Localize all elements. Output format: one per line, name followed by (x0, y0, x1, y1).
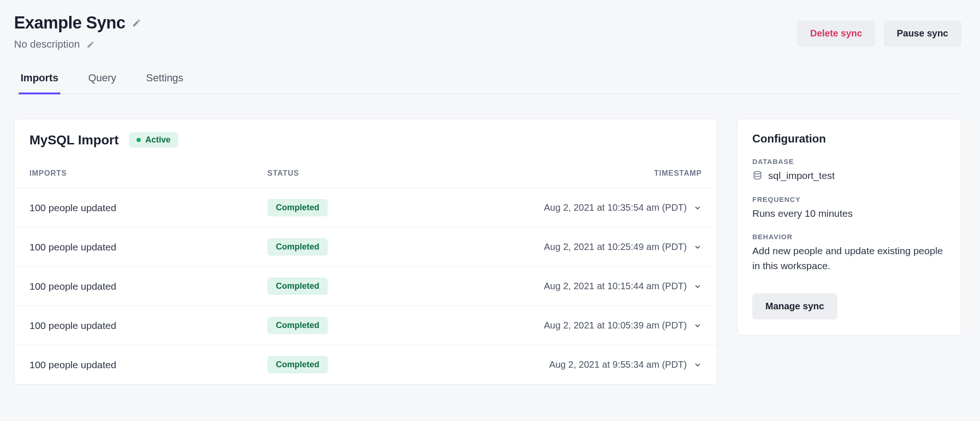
svg-point-0 (754, 171, 761, 174)
tab-query[interactable]: Query (86, 72, 118, 94)
row-timestamp: Aug 2, 2021 at 9:55:34 am (PDT) (549, 359, 687, 370)
row-imports: 100 people updated (29, 202, 267, 214)
manage-sync-button[interactable]: Manage sync (752, 293, 837, 319)
row-imports: 100 people updated (29, 281, 267, 292)
chevron-down-icon[interactable] (693, 243, 702, 251)
tab-settings[interactable]: Settings (144, 72, 186, 94)
row-imports: 100 people updated (29, 242, 267, 253)
config-frequency-value: Runs every 10 minutes (752, 206, 946, 221)
column-header-status: STATUS (267, 169, 464, 178)
database-icon (752, 171, 763, 181)
config-database-label: DATABASE (752, 157, 946, 165)
row-timestamp: Aug 2, 2021 at 10:15:44 am (PDT) (544, 281, 687, 292)
column-header-timestamp: TIMESTAMP (464, 169, 702, 178)
table-row[interactable]: 100 people updated Completed Aug 2, 2021… (14, 345, 717, 384)
pause-sync-button[interactable]: Pause sync (884, 21, 961, 46)
status-dot-icon (137, 138, 141, 142)
column-header-imports: IMPORTS (29, 169, 267, 178)
row-timestamp: Aug 2, 2021 at 10:05:39 am (PDT) (544, 320, 687, 331)
page-title: Example Sync (14, 13, 125, 33)
chevron-down-icon[interactable] (693, 282, 702, 291)
status-badge: Active (129, 132, 178, 148)
config-frequency-label: FREQUENCY (752, 195, 946, 203)
row-status-badge: Completed (267, 199, 328, 216)
imports-panel-title: MySQL Import (29, 133, 119, 148)
row-status-badge: Completed (267, 238, 328, 256)
row-imports: 100 people updated (29, 359, 267, 371)
tabs: Imports Query Settings (14, 72, 961, 94)
chevron-down-icon[interactable] (693, 204, 702, 212)
row-status-badge: Completed (267, 317, 328, 334)
tab-imports[interactable]: Imports (19, 72, 60, 94)
delete-sync-button[interactable]: Delete sync (797, 21, 875, 46)
table-row[interactable]: 100 people updated Completed Aug 2, 2021… (14, 188, 717, 227)
imports-panel: MySQL Import Active IMPORTS STATUS TIMES… (14, 119, 717, 385)
config-behavior-value: Add new people and update existing peopl… (752, 243, 946, 273)
config-behavior-label: BEHAVIOR (752, 233, 946, 241)
configuration-panel: Configuration DATABASE sql_import_test F… (737, 119, 961, 335)
table-row[interactable]: 100 people updated Completed Aug 2, 2021… (14, 266, 717, 306)
page-description: No description (14, 38, 80, 50)
row-imports: 100 people updated (29, 320, 267, 331)
row-status-badge: Completed (267, 356, 328, 373)
table-row[interactable]: 100 people updated Completed Aug 2, 2021… (14, 227, 717, 266)
row-status-badge: Completed (267, 278, 328, 295)
table-row[interactable]: 100 people updated Completed Aug 2, 2021… (14, 306, 717, 345)
row-timestamp: Aug 2, 2021 at 10:35:54 am (PDT) (544, 202, 687, 213)
edit-title-icon[interactable] (132, 18, 141, 28)
chevron-down-icon[interactable] (693, 321, 702, 330)
configuration-title: Configuration (752, 132, 946, 145)
edit-description-icon[interactable] (86, 41, 94, 49)
status-badge-label: Active (145, 135, 171, 145)
config-database-value: sql_import_test (768, 168, 835, 183)
chevron-down-icon[interactable] (693, 361, 702, 369)
row-timestamp: Aug 2, 2021 at 10:25:49 am (PDT) (544, 242, 687, 252)
